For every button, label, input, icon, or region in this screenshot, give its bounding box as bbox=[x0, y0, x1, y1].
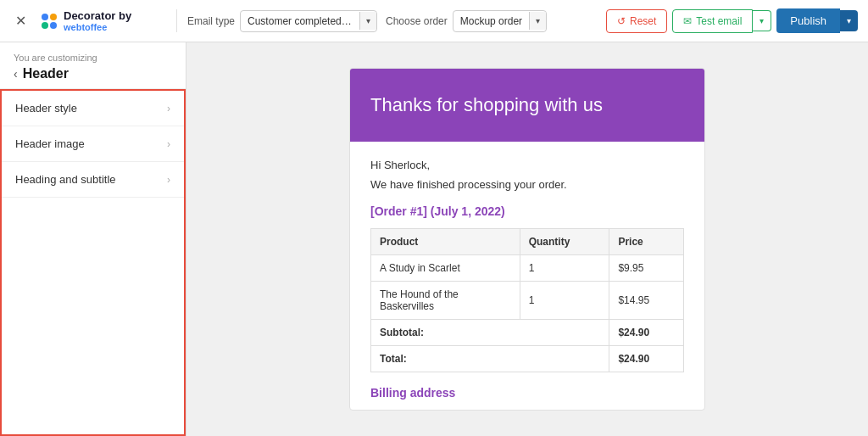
sidebar: You are customizing ‹ Header Header styl… bbox=[0, 42, 186, 436]
choose-order-group: Choose order Mockup order ▾ bbox=[386, 10, 547, 32]
heading-subtitle-arrow: › bbox=[167, 174, 170, 186]
header-image-arrow: › bbox=[167, 138, 170, 150]
header-style-arrow: › bbox=[167, 103, 170, 115]
total-row: Total: $24.90 bbox=[371, 346, 684, 372]
choose-order-value: Mockup order bbox=[453, 11, 529, 31]
subtotal-label: Subtotal: bbox=[371, 320, 609, 346]
email-message: We have finished processing your order. bbox=[370, 178, 684, 191]
logo-dot-green bbox=[42, 22, 48, 29]
brand-text-wrap: Decorator by webtoffee bbox=[64, 9, 131, 32]
total-label: Total: bbox=[371, 346, 609, 372]
test-email-dropdown[interactable]: ▾ bbox=[753, 10, 771, 31]
email-header-title: Thanks for shopping with us bbox=[370, 94, 684, 116]
publish-dropdown[interactable]: ▾ bbox=[840, 10, 858, 31]
product-1: A Study in Scarlet bbox=[371, 255, 520, 282]
order-table: Product Quantity Price A Study in Scarle… bbox=[370, 228, 684, 372]
sidebar-section-title: Header bbox=[23, 66, 69, 81]
test-email-button[interactable]: ✉ Test email bbox=[672, 9, 753, 33]
brand: Decorator by webtoffee bbox=[42, 9, 177, 32]
table-header-row: Product Quantity Price bbox=[371, 229, 684, 255]
reset-button[interactable]: ↺ Reset bbox=[606, 9, 667, 33]
sidebar-context: You are customizing ‹ Header bbox=[0, 42, 186, 89]
logo-dot-blue2 bbox=[50, 22, 57, 29]
email-greeting: Hi Sherlock, bbox=[370, 159, 684, 171]
sidebar-menu: Header style › Header image › Heading an… bbox=[0, 89, 186, 436]
email-header: Thanks for shopping with us bbox=[350, 69, 704, 142]
qty-2: 1 bbox=[520, 282, 609, 320]
price-1: $9.95 bbox=[609, 255, 684, 282]
email-type-group: Email type Customer completed or... ▾ bbox=[187, 10, 377, 32]
choose-order-arrow[interactable]: ▾ bbox=[529, 12, 546, 30]
price-2: $14.95 bbox=[609, 282, 684, 320]
email-type-value: Customer completed or... bbox=[241, 11, 359, 31]
sidebar-item-header-style[interactable]: Header style › bbox=[2, 91, 184, 126]
subtotal-value: $24.90 bbox=[609, 320, 684, 346]
sidebar-item-heading-subtitle[interactable]: Heading and subtitle › bbox=[2, 162, 184, 198]
table-row: The Hound of theBaskervilles 1 $14.95 bbox=[371, 282, 684, 320]
logo-dot-blue bbox=[42, 14, 48, 20]
email-preview: Thanks for shopping with us Hi Sherlock,… bbox=[349, 68, 705, 411]
brand-title: Decorator by bbox=[64, 9, 131, 22]
email-order-link[interactable]: [Order #1] (July 1, 2022) bbox=[370, 204, 684, 218]
reset-label: Reset bbox=[630, 15, 656, 27]
main: You are customizing ‹ Header Header styl… bbox=[0, 42, 868, 436]
brand-logo bbox=[42, 14, 57, 29]
choose-order-label: Choose order bbox=[386, 15, 448, 27]
logo-dot-yellow bbox=[50, 14, 57, 20]
reset-icon: ↺ bbox=[617, 15, 626, 27]
sidebar-context-label: You are customizing bbox=[14, 53, 172, 63]
email-body: Hi Sherlock, We have finished processing… bbox=[350, 142, 704, 411]
publish-button[interactable]: Publish bbox=[776, 8, 840, 33]
col-price: Price bbox=[609, 229, 684, 255]
sidebar-nav: ‹ Header bbox=[14, 66, 172, 81]
topbar: ✕ Decorator by webtoffee Email type Cust… bbox=[0, 0, 868, 42]
subtotal-row: Subtotal: $24.90 bbox=[371, 320, 684, 346]
col-quantity: Quantity bbox=[520, 229, 609, 255]
product-2: The Hound of theBaskervilles bbox=[371, 282, 520, 320]
sidebar-item-header-image-label: Header image bbox=[15, 137, 85, 150]
test-email-wrap: ✉ Test email ▾ bbox=[672, 9, 771, 33]
sidebar-item-heading-subtitle-label: Heading and subtitle bbox=[15, 173, 116, 186]
billing-title: Billing address bbox=[370, 386, 684, 400]
sidebar-item-header-style-label: Header style bbox=[15, 102, 77, 115]
close-button[interactable]: ✕ bbox=[10, 9, 31, 32]
sidebar-item-header-image[interactable]: Header image › bbox=[2, 126, 184, 162]
col-product: Product bbox=[371, 229, 520, 255]
email-icon: ✉ bbox=[683, 15, 692, 27]
brand-sub: webtoffee bbox=[64, 22, 131, 32]
email-type-label: Email type bbox=[187, 15, 235, 27]
table-row: A Study in Scarlet 1 $9.95 bbox=[371, 255, 684, 282]
sidebar-back-button[interactable]: ‹ bbox=[14, 67, 18, 81]
qty-1: 1 bbox=[520, 255, 609, 282]
publish-wrap: Publish ▾ bbox=[776, 8, 858, 33]
email-type-select[interactable]: Customer completed or... ▾ bbox=[240, 10, 377, 32]
topbar-controls: Email type Customer completed or... ▾ Ch… bbox=[187, 10, 596, 32]
choose-order-select[interactable]: Mockup order ▾ bbox=[453, 10, 547, 32]
topbar-actions: ↺ Reset ✉ Test email ▾ Publish ▾ bbox=[606, 8, 858, 33]
content-area: Thanks for shopping with us Hi Sherlock,… bbox=[186, 42, 868, 436]
test-email-label: Test email bbox=[696, 15, 742, 27]
email-type-arrow[interactable]: ▾ bbox=[359, 12, 376, 30]
total-value: $24.90 bbox=[609, 346, 684, 372]
